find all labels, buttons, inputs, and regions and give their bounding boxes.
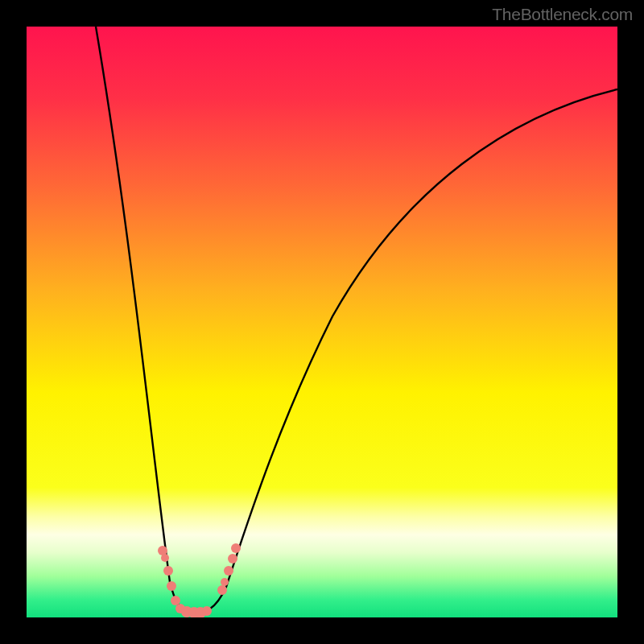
data-marker (221, 578, 229, 586)
data-marker (163, 566, 173, 576)
data-marker (171, 596, 180, 605)
data-marker (224, 566, 233, 576)
watermark-text: TheBottleneck.com (492, 5, 633, 24)
data-marker (161, 554, 169, 562)
data-marker (217, 585, 227, 595)
chart-frame: TheBottleneck.com (0, 0, 644, 644)
plot-area (27, 27, 617, 617)
data-marker (231, 543, 241, 553)
data-marker (228, 554, 237, 564)
data-marker (167, 581, 176, 591)
data-marker (202, 606, 212, 616)
bottleneck-curve (96, 27, 617, 613)
curve-layer (27, 27, 617, 617)
